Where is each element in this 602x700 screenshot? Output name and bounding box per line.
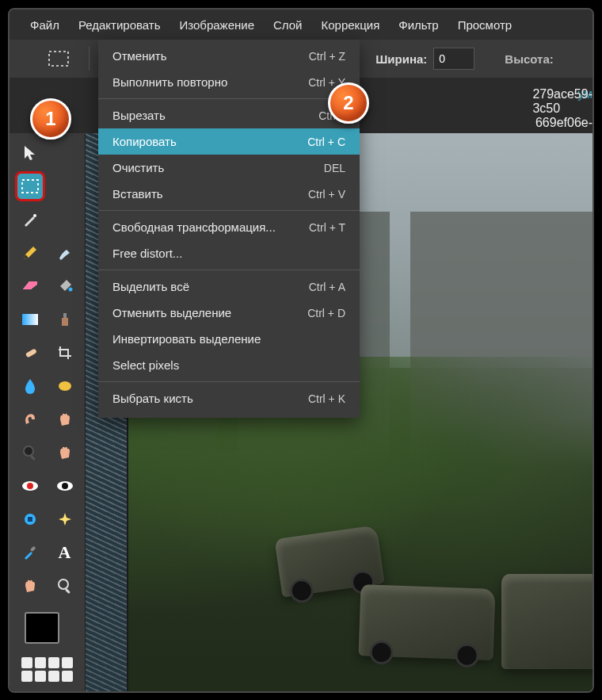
pointer-tool-icon[interactable]: [17, 140, 44, 166]
pencil-tool-icon[interactable]: [17, 239, 44, 266]
menu-separator: [98, 210, 360, 211]
menu-separator: [98, 270, 360, 270]
menuitem-paste[interactable]: Вставить Ctrl + V: [98, 181, 360, 207]
marquee-tool-icon[interactable]: [17, 173, 44, 200]
crop-tool-icon[interactable]: [51, 339, 78, 366]
eye-tool-icon[interactable]: [51, 472, 78, 499]
width-control: Ширина:: [375, 48, 474, 70]
menuitem-label: Отменить: [112, 49, 167, 63]
color-swatch[interactable]: [25, 612, 70, 649]
menuitem-select-pixels[interactable]: Select pixels: [98, 352, 360, 378]
eyedropper-tool-icon[interactable]: [17, 539, 44, 566]
menuitem-invert-selection[interactable]: Инвертировать выделение: [98, 326, 360, 352]
menuitem-label: Free distort...: [112, 247, 182, 260]
svg-rect-0: [49, 52, 68, 66]
menuitem-shortcut: Ctrl + K: [308, 392, 345, 405]
height-label: Высота:: [505, 52, 553, 66]
separator: [89, 47, 90, 71]
menuitem-label: Выбрать кисть: [112, 392, 193, 405]
menuitem-label: Отменить выделение: [112, 306, 231, 319]
menu-file[interactable]: Файл: [22, 13, 67, 36]
zoom-tool-icon[interactable]: [51, 572, 78, 599]
brush-tool-icon[interactable]: [51, 239, 78, 266]
menuitem-label: Очистить: [112, 161, 164, 174]
foreground-color[interactable]: [25, 612, 59, 644]
annotation-callout-2: 2: [328, 82, 369, 124]
wand-tool-icon[interactable]: [17, 206, 44, 233]
sponge-tool-icon[interactable]: [51, 373, 78, 400]
svg-point-8: [24, 446, 33, 456]
svg-rect-4: [22, 314, 38, 325]
menuitem-undo[interactable]: Отменить Ctrl + Z: [98, 43, 360, 69]
svg-rect-16: [29, 545, 36, 552]
svg-point-2: [33, 214, 36, 217]
menuitem-shortcut: Ctrl + D: [307, 307, 345, 319]
menuitem-label: Выделить всё: [112, 280, 189, 293]
menuitem-shortcut: Ctrl + C: [307, 136, 345, 148]
move-hand-tool-icon[interactable]: [17, 572, 44, 599]
svg-point-11: [27, 483, 33, 489]
menuitem-redo[interactable]: Выполнить повторно Ctrl + Y: [98, 69, 360, 95]
menu-edit[interactable]: Редактировать: [70, 13, 169, 36]
eraser-tool-icon[interactable]: [17, 273, 44, 300]
text-tool-icon[interactable]: A: [51, 539, 78, 566]
canvas-car-3: [501, 574, 592, 669]
active-tool-indicator: [41, 44, 76, 74]
menubar: Файл Редактировать Изображение Слой Корр…: [10, 10, 592, 40]
document-tab-1[interactable]: ум 279ace59-3c50: [570, 81, 592, 108]
heal-tool-icon[interactable]: [17, 339, 44, 366]
redeye-tool-icon[interactable]: [17, 472, 44, 499]
hand-alt-tool-icon[interactable]: [51, 406, 78, 433]
hand-tool-icon[interactable]: [51, 439, 78, 466]
width-input[interactable]: [433, 48, 474, 70]
width-label: Ширина:: [375, 52, 427, 66]
menuitem-shortcut: Ctrl + A: [309, 281, 345, 293]
bucket-tool-icon[interactable]: [51, 273, 78, 300]
menu-separator: [98, 98, 360, 99]
sparkle-tool-icon[interactable]: [51, 506, 78, 533]
shape-tool-icon[interactable]: [17, 506, 44, 533]
zoom-dark-tool-icon[interactable]: [17, 439, 44, 466]
menu-image[interactable]: Изображение: [172, 13, 263, 36]
svg-point-3: [68, 288, 72, 292]
gradient-tool-icon[interactable]: [17, 306, 44, 333]
swatch-palette[interactable]: [21, 657, 73, 682]
menuitem-shortcut: Ctrl + T: [309, 221, 345, 234]
annotation-callout-1: 1: [30, 98, 71, 140]
svg-rect-1: [22, 180, 38, 193]
menu-view[interactable]: Просмотр: [450, 13, 520, 36]
menu-adjust[interactable]: Коррекция: [314, 13, 388, 36]
app-frame: Файл Редактировать Изображение Слой Корр…: [8, 8, 594, 693]
menuitem-label: Свободная трансформация...: [112, 220, 276, 234]
menuitem-label: Вставить: [112, 187, 163, 201]
toolbox: A: [10, 133, 86, 691]
canvas-car-1: [358, 584, 495, 660]
menuitem-free-transform[interactable]: Свободная трансформация... Ctrl + T: [98, 214, 360, 240]
menuitem-cut[interactable]: Вырезать Ctrl +: [98, 102, 360, 128]
menuitem-deselect[interactable]: Отменить выделение Ctrl + D: [98, 300, 360, 326]
menu-filter[interactable]: Фильтр: [391, 13, 446, 36]
menuitem-clear[interactable]: Очистить DEL: [98, 155, 360, 181]
svg-point-17: [59, 580, 68, 589]
blur-tool-icon[interactable]: [17, 373, 44, 400]
menuitem-copy[interactable]: Копировать Ctrl + C: [98, 128, 360, 155]
menuitem-label: Вырезать: [112, 109, 166, 122]
svg-point-7: [59, 381, 71, 391]
svg-rect-6: [25, 348, 36, 358]
menuitem-shortcut: DEL: [324, 162, 345, 174]
menuitem-pick-brush[interactable]: Выбрать кисть Ctrl + K: [98, 385, 360, 411]
clone-tool-icon[interactable]: [51, 306, 78, 333]
smudge-tool-icon[interactable]: [17, 406, 44, 433]
document-tab-2[interactable]: 669ef06e-: [528, 109, 592, 136]
menuitem-select-all[interactable]: Выделить всё Ctrl + A: [98, 273, 360, 300]
menuitem-label: Копировать: [112, 135, 177, 148]
tab2-label: 669ef06e-: [535, 116, 592, 129]
menu-layer[interactable]: Слой: [265, 13, 310, 36]
svg-point-13: [62, 483, 68, 489]
svg-rect-15: [28, 517, 32, 522]
menuitem-free-distort[interactable]: Free distort...: [98, 240, 360, 266]
menuitem-label: Инвертировать выделение: [112, 332, 261, 346]
menuitem-label: Выполнить повторно: [112, 75, 227, 89]
menuitem-shortcut: Ctrl + V: [308, 188, 345, 201]
menuitem-shortcut: Ctrl + Z: [309, 50, 345, 63]
